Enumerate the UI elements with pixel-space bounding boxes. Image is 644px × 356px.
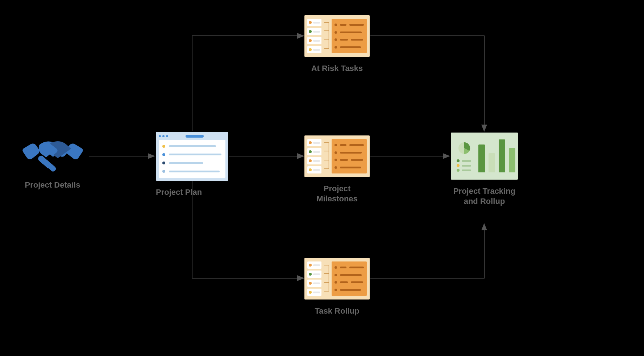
report-card-icon — [304, 15, 370, 57]
node-at-risk-tasks: At Risk Tasks — [304, 15, 370, 74]
node-project-plan: Project Plan — [156, 132, 228, 197]
bar-chart-icon — [478, 138, 515, 175]
dashboard-card-icon — [451, 133, 518, 180]
node-label: At Risk Tasks — [304, 63, 370, 74]
diagram-canvas: Project Details Project Plan — [0, 0, 644, 356]
node-project-details: Project Details — [16, 130, 89, 190]
node-project-tracking: Project Tracking and Rollup — [451, 133, 518, 206]
handshake-icon — [16, 130, 89, 173]
report-card-icon — [304, 135, 370, 177]
node-label: Project Plan — [156, 187, 228, 197]
node-task-rollup: Task Rollup — [304, 258, 370, 316]
node-label: Project Details — [16, 180, 89, 190]
node-label: Project Tracking and Rollup — [451, 186, 518, 206]
pie-chart-icon — [457, 141, 472, 156]
report-card-icon — [304, 258, 370, 300]
node-project-milestones: Project Milestones — [304, 135, 370, 204]
node-label: Project Milestones — [304, 184, 370, 204]
node-label: Task Rollup — [304, 306, 370, 316]
plan-card-icon — [156, 132, 228, 181]
